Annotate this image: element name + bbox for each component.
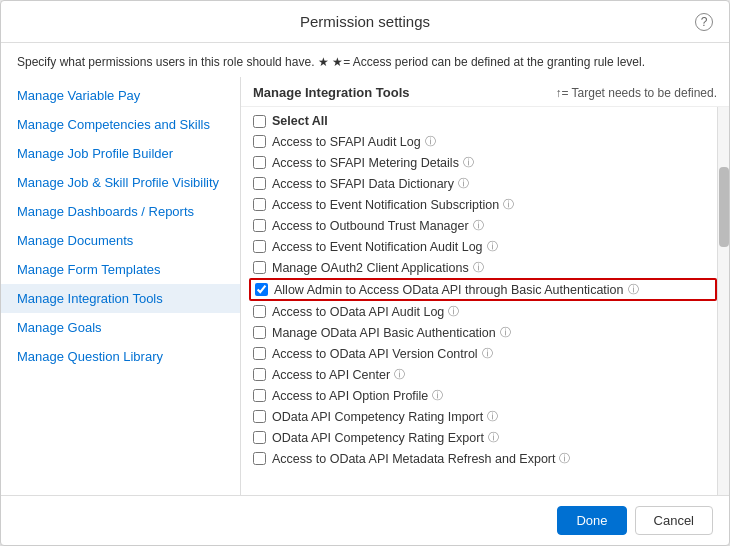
- checkbox-api-center[interactable]: [253, 368, 266, 381]
- sidebar-item-manage-integration-tools[interactable]: Manage Integration Tools: [1, 284, 240, 313]
- info-icon-odata-basic-auth[interactable]: ⓘ: [628, 282, 639, 297]
- perm-label-sfapi-metering: Access to SFAPI Metering Details: [272, 156, 459, 170]
- checkbox-odata-audit-log[interactable]: [253, 305, 266, 318]
- checkbox-odata-basic-auth-manage[interactable]: [253, 326, 266, 339]
- info-icon-event-notification-audit[interactable]: ⓘ: [487, 239, 498, 254]
- sidebar-link-manage-form-templates[interactable]: Manage Form Templates: [17, 262, 224, 277]
- info-icon-sfapi-metering[interactable]: ⓘ: [463, 155, 474, 170]
- info-icon-odata-competency-import[interactable]: ⓘ: [487, 409, 498, 424]
- help-icon[interactable]: ?: [695, 13, 713, 31]
- perm-label-event-notification-audit: Access to Event Notification Audit Log: [272, 240, 483, 254]
- perm-item-oauth2-client: Manage OAuth2 Client Applications ⓘ: [249, 257, 717, 278]
- target-note: ↑= Target needs to be defined.: [555, 86, 717, 100]
- checkbox-sfapi-metering[interactable]: [253, 156, 266, 169]
- perm-item-select-all: Select All: [249, 111, 717, 131]
- checkbox-odata-metadata-refresh[interactable]: [253, 452, 266, 465]
- sidebar-link-manage-job-profile[interactable]: Manage Job Profile Builder: [17, 146, 224, 161]
- perm-label-odata-basic-auth: Allow Admin to Access OData API through …: [274, 283, 624, 297]
- info-icon-odata-competency-export[interactable]: ⓘ: [488, 430, 499, 445]
- info-icon-oauth2-client[interactable]: ⓘ: [473, 260, 484, 275]
- perm-item-outbound-trust: Access to Outbound Trust Manager ⓘ: [249, 215, 717, 236]
- sidebar: Manage Variable PayManage Competencies a…: [1, 77, 241, 495]
- permissions-list: Select AllAccess to SFAPI Audit Log ⓘAcc…: [241, 107, 717, 495]
- info-icon-sfapi-data-dict[interactable]: ⓘ: [458, 176, 469, 191]
- scrollbar-area: Select AllAccess to SFAPI Audit Log ⓘAcc…: [241, 107, 729, 495]
- sidebar-item-manage-question-library[interactable]: Manage Question Library: [1, 342, 240, 371]
- perm-item-odata-version-control: Access to OData API Version Control ⓘ: [249, 343, 717, 364]
- sidebar-link-manage-documents[interactable]: Manage Documents: [17, 233, 224, 248]
- main-panel: Manage Integration Tools ↑= Target needs…: [241, 77, 729, 495]
- perm-label-api-option-profile: Access to API Option Profile: [272, 389, 428, 403]
- checkbox-outbound-trust[interactable]: [253, 219, 266, 232]
- perm-item-odata-competency-import: OData API Competency Rating Import ⓘ: [249, 406, 717, 427]
- checkbox-oauth2-client[interactable]: [253, 261, 266, 274]
- sidebar-link-manage-question-library[interactable]: Manage Question Library: [17, 349, 224, 364]
- permission-settings-dialog: Permission settings ? Specify what permi…: [0, 0, 730, 546]
- perm-label-odata-competency-export: OData API Competency Rating Export: [272, 431, 484, 445]
- checkbox-select-all[interactable]: [253, 115, 266, 128]
- sidebar-item-manage-competencies[interactable]: Manage Competencies and Skills: [1, 110, 240, 139]
- perm-label-event-notification-sub: Access to Event Notification Subscriptio…: [272, 198, 499, 212]
- perm-item-odata-metadata-refresh: Access to OData API Metadata Refresh and…: [249, 448, 717, 469]
- perm-label-odata-basic-auth-manage: Manage OData API Basic Authentication: [272, 326, 496, 340]
- perm-item-event-notification-audit: Access to Event Notification Audit Log ⓘ: [249, 236, 717, 257]
- perm-label-odata-competency-import: OData API Competency Rating Import: [272, 410, 483, 424]
- info-icon-api-center[interactable]: ⓘ: [394, 367, 405, 382]
- perm-item-odata-basic-auth-manage: Manage OData API Basic Authentication ⓘ: [249, 322, 717, 343]
- perm-item-sfapi-audit-log: Access to SFAPI Audit Log ⓘ: [249, 131, 717, 152]
- checkbox-api-option-profile[interactable]: [253, 389, 266, 402]
- checkbox-sfapi-audit-log[interactable]: [253, 135, 266, 148]
- cancel-button[interactable]: Cancel: [635, 506, 713, 535]
- perm-label-odata-audit-log: Access to OData API Audit Log: [272, 305, 444, 319]
- perm-label-outbound-trust: Access to Outbound Trust Manager: [272, 219, 469, 233]
- checkbox-odata-competency-export[interactable]: [253, 431, 266, 444]
- checkbox-odata-version-control[interactable]: [253, 347, 266, 360]
- info-icon-outbound-trust[interactable]: ⓘ: [473, 218, 484, 233]
- checkbox-event-notification-audit[interactable]: [253, 240, 266, 253]
- sidebar-item-manage-goals[interactable]: Manage Goals: [1, 313, 240, 342]
- perm-label-api-center: Access to API Center: [272, 368, 390, 382]
- checkbox-sfapi-data-dict[interactable]: [253, 177, 266, 190]
- sidebar-item-manage-form-templates[interactable]: Manage Form Templates: [1, 255, 240, 284]
- sidebar-item-manage-documents[interactable]: Manage Documents: [1, 226, 240, 255]
- sidebar-link-manage-variable-pay[interactable]: Manage Variable Pay: [17, 88, 224, 103]
- perm-label-select-all: Select All: [272, 114, 328, 128]
- info-icon-odata-version-control[interactable]: ⓘ: [482, 346, 493, 361]
- scrollbar-track: [718, 107, 729, 495]
- main-panel-title: Manage Integration Tools: [253, 85, 410, 100]
- info-icon-api-option-profile[interactable]: ⓘ: [432, 388, 443, 403]
- scrollbar-thumb[interactable]: [719, 167, 729, 247]
- sidebar-item-manage-dashboards[interactable]: Manage Dashboards / Reports: [1, 197, 240, 226]
- info-icon-odata-metadata-refresh[interactable]: ⓘ: [559, 451, 570, 466]
- sidebar-link-manage-integration-tools[interactable]: Manage Integration Tools: [17, 291, 224, 306]
- star-icon: ★: [318, 55, 329, 69]
- sidebar-link-manage-job-skill[interactable]: Manage Job & Skill Profile Visibility: [17, 175, 224, 190]
- sidebar-item-manage-job-skill[interactable]: Manage Job & Skill Profile Visibility: [1, 168, 240, 197]
- perm-item-api-center: Access to API Center ⓘ: [249, 364, 717, 385]
- description-text: Specify what permissions users in this r…: [17, 55, 314, 69]
- perm-item-odata-audit-log: Access to OData API Audit Log ⓘ: [249, 301, 717, 322]
- sidebar-link-manage-dashboards[interactable]: Manage Dashboards / Reports: [17, 204, 224, 219]
- info-icon-sfapi-audit-log[interactable]: ⓘ: [425, 134, 436, 149]
- perm-label-sfapi-audit-log: Access to SFAPI Audit Log: [272, 135, 421, 149]
- dialog-footer: Done Cancel: [1, 495, 729, 545]
- checkbox-odata-competency-import[interactable]: [253, 410, 266, 423]
- perm-item-event-notification-sub: Access to Event Notification Subscriptio…: [249, 194, 717, 215]
- info-icon-event-notification-sub[interactable]: ⓘ: [503, 197, 514, 212]
- info-icon-odata-basic-auth-manage[interactable]: ⓘ: [500, 325, 511, 340]
- sidebar-item-manage-job-profile[interactable]: Manage Job Profile Builder: [1, 139, 240, 168]
- sidebar-link-manage-goals[interactable]: Manage Goals: [17, 320, 224, 335]
- perm-label-sfapi-data-dict: Access to SFAPI Data Dictionary: [272, 177, 454, 191]
- sidebar-item-manage-variable-pay[interactable]: Manage Variable Pay: [1, 81, 240, 110]
- info-icon-odata-audit-log[interactable]: ⓘ: [448, 304, 459, 319]
- checkbox-odata-basic-auth[interactable]: [255, 283, 268, 296]
- sidebar-link-manage-competencies[interactable]: Manage Competencies and Skills: [17, 117, 224, 132]
- checkbox-event-notification-sub[interactable]: [253, 198, 266, 211]
- dialog-body: Manage Variable PayManage Competencies a…: [1, 77, 729, 495]
- perm-label-oauth2-client: Manage OAuth2 Client Applications: [272, 261, 469, 275]
- scrollbar[interactable]: [717, 107, 729, 495]
- dialog-description: Specify what permissions users in this r…: [1, 43, 729, 77]
- dialog-title: Permission settings: [300, 13, 430, 30]
- perm-item-api-option-profile: Access to API Option Profile ⓘ: [249, 385, 717, 406]
- done-button[interactable]: Done: [557, 506, 626, 535]
